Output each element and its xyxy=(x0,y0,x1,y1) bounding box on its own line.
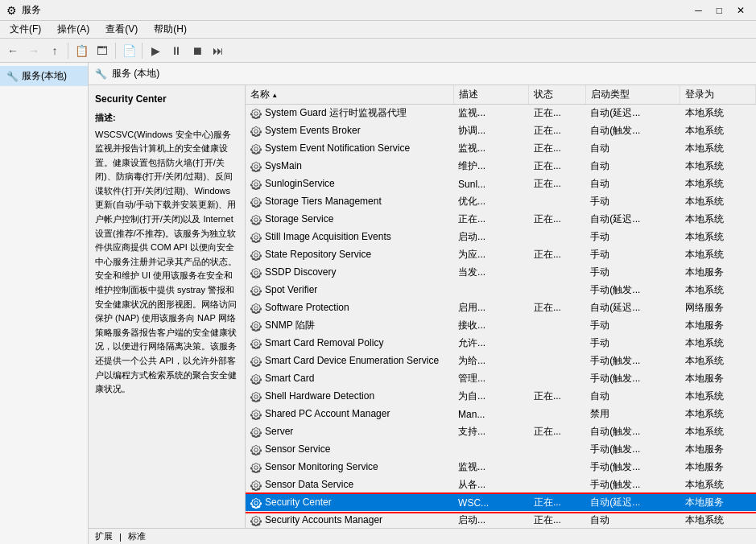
toolbar: ← → ↑ 📋 🗔 📄 ▶ ⏸ ⏹ ⏭ xyxy=(0,39,756,63)
table-row[interactable]: System Event Notification Service监视...正在… xyxy=(246,140,756,158)
table-row[interactable]: System Guard 运行时监视器代理监视...正在...自动(延迟...本… xyxy=(246,105,756,122)
service-name: Smart Card xyxy=(265,373,314,384)
header-icon: 🔧 xyxy=(95,68,107,80)
service-name: Sensor Data Service xyxy=(265,479,353,490)
service-gear-icon xyxy=(250,232,262,243)
service-name: Storage Tiers Management xyxy=(265,196,382,207)
table-row[interactable]: SSDP Discovery当发...手动本地服务 xyxy=(246,264,756,282)
desc-text: WSCSVC(Windows 安全中心)服务监视并报告计算机上的安全健康设置。健… xyxy=(95,128,238,397)
menu-file[interactable]: 文件(F) xyxy=(3,21,48,38)
standard-view-label[interactable]: 标准 xyxy=(128,530,146,542)
service-gear-icon xyxy=(250,515,262,526)
description-pane: Security Center 描述: WSCSVC(Windows 安全中心)… xyxy=(89,85,246,528)
menu-view[interactable]: 查看(V) xyxy=(99,21,144,38)
service-name: System Event Notification Service xyxy=(265,142,410,154)
maximize-button[interactable]: □ xyxy=(712,5,727,16)
extended-view-label[interactable]: 扩展 xyxy=(95,530,113,542)
table-row[interactable]: Smart Card管理...手动(触发...本地服务 xyxy=(246,370,756,388)
table-row[interactable]: Sensor Service手动(触发...本地服务 xyxy=(246,441,756,459)
services-icon: 🔧 xyxy=(6,71,19,82)
col-header-desc[interactable]: 描述 xyxy=(453,85,529,105)
service-gear-icon xyxy=(250,126,262,137)
service-gear-icon xyxy=(250,214,262,225)
pause-button[interactable]: ⏸ xyxy=(167,41,186,60)
sidebar-item-local-services[interactable]: 🔧 服务(本地) xyxy=(0,66,88,86)
header-title: 服务 (本地) xyxy=(112,67,159,80)
table-row[interactable]: Sensor Data Service从各...手动(触发...本地系统 xyxy=(246,476,756,494)
table-row[interactable]: Software Protection启用...正在...自动(延迟...网络服… xyxy=(246,299,756,317)
table-row[interactable]: Server支持...正在...自动(触发...本地系统 xyxy=(246,423,756,441)
desc-title: Security Center xyxy=(95,92,238,106)
service-gear-icon xyxy=(250,480,262,491)
service-name: Smart Card Removal Policy xyxy=(265,337,383,348)
service-name: SysMain xyxy=(265,160,302,171)
service-gear-icon xyxy=(250,196,262,208)
service-name: Server xyxy=(265,426,293,437)
stop-button[interactable]: ⏹ xyxy=(188,41,207,60)
table-row[interactable]: Spot Verifier手动(触发...本地系统 xyxy=(246,282,756,299)
table-row[interactable]: SunloginServiceSunl...正在...自动本地系统 xyxy=(246,175,756,193)
service-name: Still Image Acquisition Events xyxy=(265,231,391,242)
up-button[interactable]: ↑ xyxy=(45,41,64,60)
col-header-login[interactable]: 登录为 xyxy=(680,85,756,105)
table-row[interactable]: Storage Service正在...正在...自动(延迟...本地系统 xyxy=(246,211,756,229)
main-layout: 🔧 服务(本地) 🔧 服务 (本地) Security Center 描述: W… xyxy=(0,63,756,544)
desc-subtitle: 描述: xyxy=(95,111,238,125)
service-name: System Events Broker xyxy=(265,125,361,136)
table-row[interactable]: Security Accounts Manager启动...正在...自动本地系… xyxy=(246,512,756,529)
menu-help[interactable]: 帮助(H) xyxy=(147,21,193,38)
table-row[interactable]: Sensor Monitoring Service监视...手动(触发...本地… xyxy=(246,459,756,476)
table-row[interactable]: Shared PC Account ManagerMan...禁用本地系统 xyxy=(246,406,756,423)
service-gear-icon xyxy=(250,303,262,314)
separator-2 xyxy=(115,43,116,59)
service-name: System Guard 运行时监视器代理 xyxy=(265,107,407,118)
service-gear-icon xyxy=(250,391,262,402)
new-window-button[interactable]: 🗔 xyxy=(93,41,112,60)
back-button[interactable]: ← xyxy=(3,41,23,60)
properties-button[interactable]: 📄 xyxy=(119,41,138,60)
table-row[interactable]: State Repository Service为应...正在...手动本地系统 xyxy=(246,246,756,264)
services-list[interactable]: 名称 描述 状态 启动类型 登录为 System Guard 运行时监视器代理监… xyxy=(246,85,756,528)
minimize-button[interactable]: ─ xyxy=(690,5,707,16)
service-name: Storage Service xyxy=(265,213,333,225)
service-gear-icon xyxy=(250,179,262,190)
service-name: SunloginService xyxy=(265,178,335,189)
table-row[interactable]: Still Image Acquisition Events启动...手动本地系… xyxy=(246,229,756,246)
table-row[interactable]: Smart Card Removal Policy允许...手动本地系统 xyxy=(246,335,756,352)
service-name: State Repository Service xyxy=(265,249,371,260)
service-gear-icon xyxy=(250,444,262,455)
table-row[interactable]: SysMain维护...正在...自动本地系统 xyxy=(246,158,756,175)
table-row[interactable]: Shell Hardware Detection为自...正在...自动本地系统 xyxy=(246,388,756,406)
table-row[interactable]: Security CenterWSC...正在...自动(延迟...本地服务 xyxy=(246,494,756,512)
forward-button[interactable]: → xyxy=(24,41,43,60)
service-gear-icon xyxy=(250,161,262,172)
service-gear-icon xyxy=(250,285,262,296)
service-gear-icon xyxy=(250,356,262,367)
service-gear-icon xyxy=(250,462,262,473)
service-gear-icon xyxy=(250,409,262,420)
col-header-name[interactable]: 名称 xyxy=(246,85,453,105)
restart-button[interactable]: ⏭ xyxy=(209,41,228,60)
service-name: Security Accounts Manager xyxy=(265,514,382,525)
service-name: Shared PC Account Manager xyxy=(265,408,390,419)
sidebar: 🔧 服务(本地) xyxy=(0,63,89,544)
service-gear-icon xyxy=(250,373,262,385)
table-row[interactable]: SNMP 陷阱接收...手动本地服务 xyxy=(246,317,756,335)
col-header-start[interactable]: 启动类型 xyxy=(585,85,680,105)
service-name: Smart Card Device Enumeration Service xyxy=(265,355,439,366)
play-button[interactable]: ▶ xyxy=(146,41,165,60)
service-name: SNMP 陷阱 xyxy=(265,319,315,331)
window-title: 服务 xyxy=(22,3,41,17)
menu-action[interactable]: 操作(A) xyxy=(51,21,96,38)
service-name: Sensor Service xyxy=(265,443,330,455)
service-name: Shell Hardware Detection xyxy=(265,390,374,402)
service-gear-icon xyxy=(250,320,262,332)
sidebar-label: 服务(本地) xyxy=(22,69,67,83)
table-row[interactable]: Storage Tiers Management优化...手动本地系统 xyxy=(246,193,756,211)
separator-1 xyxy=(68,43,68,59)
table-row[interactable]: Smart Card Device Enumeration Service为给.… xyxy=(246,352,756,370)
table-row[interactable]: System Events Broker协调...正在...自动(触发...本地… xyxy=(246,122,756,140)
col-header-status[interactable]: 状态 xyxy=(529,85,585,105)
show-hide-button[interactable]: 📋 xyxy=(72,41,91,60)
close-button[interactable]: ✕ xyxy=(732,5,750,16)
